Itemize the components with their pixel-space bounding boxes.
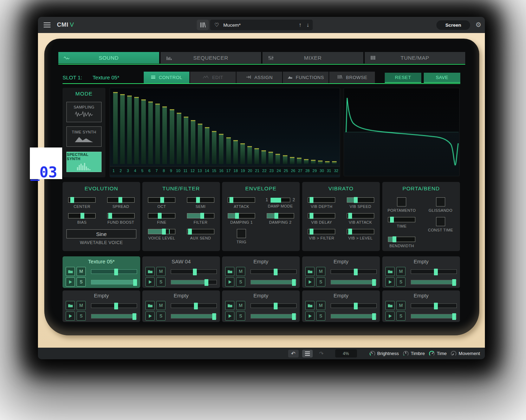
slider-handle[interactable] (452, 313, 456, 320)
settings-gear-icon[interactable]: ⚙ (475, 21, 481, 29)
voice-mute-button[interactable]: M (156, 301, 165, 310)
slider-handle[interactable] (274, 213, 278, 219)
knob-icon[interactable] (428, 350, 435, 357)
spectrum-bar[interactable] (134, 97, 139, 164)
previous-preset-arrow-icon[interactable]: ↑ (299, 22, 301, 28)
voice-solo-button[interactable]: S (236, 311, 245, 321)
voice-play-button[interactable] (145, 311, 155, 321)
spectrum-bar[interactable] (247, 146, 252, 164)
voice-solo-button[interactable]: S (156, 311, 165, 321)
voice-pan-slider[interactable] (91, 269, 137, 274)
spectrum-bar-column[interactable] (274, 90, 281, 164)
voice-level-slider[interactable] (411, 280, 457, 284)
save-button[interactable]: SAVE (424, 73, 460, 83)
slider-handle[interactable] (310, 213, 313, 219)
voice-mute-button[interactable]: M (156, 267, 165, 276)
slider-handle[interactable] (434, 303, 438, 309)
voice-pan-slider[interactable] (331, 303, 377, 308)
voice-load-button[interactable] (145, 267, 155, 276)
checkbox-const-time[interactable] (436, 217, 445, 226)
slider-handle[interactable] (108, 213, 112, 219)
slider-handle[interactable] (348, 229, 352, 235)
voice-level-slider[interactable] (171, 314, 217, 319)
slider-track-vib-delay[interactable] (308, 213, 335, 218)
slider-track-center[interactable] (68, 197, 96, 203)
knob-icon[interactable] (402, 350, 409, 357)
spectrum-bars[interactable] (112, 90, 338, 164)
voice-slot[interactable]: EmptyMS (222, 256, 300, 288)
spectrum-bar[interactable] (212, 131, 216, 164)
spectrum-bar-column[interactable] (112, 90, 119, 164)
spectrum-bar[interactable] (170, 109, 174, 164)
reset-button[interactable]: RESET (385, 73, 421, 83)
wavetable-voice-select[interactable]: Sine (66, 229, 136, 238)
voice-mute-button[interactable]: M (77, 267, 86, 276)
slider-handle[interactable] (310, 197, 313, 203)
slot-tab-assign[interactable]: ASSIGN (236, 72, 282, 83)
spectrum-bar[interactable] (297, 158, 301, 164)
spectrum-bar-column[interactable] (310, 90, 317, 164)
slider-handle[interactable] (292, 313, 296, 320)
voice-load-button[interactable] (385, 267, 395, 276)
slider-handle[interactable] (354, 269, 358, 275)
spectrum-bar-column[interactable] (225, 90, 232, 164)
spectrum-bar-column[interactable] (211, 90, 218, 164)
spectrum-bar-column[interactable] (154, 90, 161, 164)
voice-play-button[interactable] (225, 277, 234, 287)
voice-slot[interactable]: EmptyMS (302, 290, 380, 322)
slider-handle[interactable] (274, 303, 278, 309)
spectrum-bar-column[interactable] (281, 90, 288, 164)
voice-level-slider[interactable] (91, 280, 137, 284)
spectrum-bar[interactable] (254, 148, 259, 164)
spectrum-bar[interactable] (268, 152, 273, 164)
slider-track-fine[interactable] (148, 213, 175, 218)
slot-tab-functions[interactable]: FUNCTIONS (283, 72, 329, 83)
slider-track-vib-depth[interactable] (308, 197, 335, 203)
slider-track-voice-level[interactable] (148, 229, 175, 234)
voice-load-button[interactable] (225, 267, 234, 276)
voice-slot[interactable]: Texture 05*MS (63, 256, 140, 288)
slider-handle[interactable] (80, 213, 84, 219)
macro-knob-time[interactable]: Time (428, 350, 447, 357)
slider-handle[interactable] (229, 197, 233, 203)
spectrum-bar[interactable] (325, 161, 330, 164)
slider-handle[interactable] (452, 279, 456, 286)
spectrum-bar[interactable] (141, 99, 146, 164)
slider-track-attack[interactable] (228, 197, 255, 203)
slider-handle[interactable] (392, 236, 396, 242)
slider-handle[interactable] (434, 269, 438, 275)
spectrum-bar-column[interactable] (119, 90, 126, 164)
voice-solo-button[interactable]: S (316, 277, 325, 287)
voice-solo-button[interactable]: S (156, 277, 165, 287)
voice-mute-button[interactable]: M (236, 301, 245, 310)
spectrum-bar-column[interactable] (324, 90, 331, 164)
voice-slot[interactable]: EmptyMS (63, 290, 140, 322)
spectrum-bar[interactable] (290, 157, 294, 164)
slider-track-time[interactable] (388, 217, 415, 222)
voice-slot[interactable]: EmptyMS (302, 256, 380, 288)
slider-handle[interactable] (348, 213, 352, 219)
knob-icon[interactable] (450, 350, 457, 357)
spectrum-bar[interactable] (304, 159, 309, 164)
voice-pan-slider[interactable] (411, 269, 457, 274)
slider-handle[interactable] (310, 229, 313, 235)
spectrum-bar-column[interactable] (147, 90, 154, 164)
slider-handle[interactable] (372, 313, 376, 320)
voice-play-button[interactable] (305, 311, 314, 321)
favorite-heart-icon[interactable]: ♡ (214, 22, 219, 28)
spectrum-bar[interactable] (275, 154, 280, 164)
macro-knob-brightness[interactable]: Brightness (369, 350, 399, 357)
voice-level-slider[interactable] (331, 314, 377, 319)
slider-track-aux-send[interactable] (187, 229, 214, 234)
slider-handle[interactable] (212, 313, 216, 320)
slider-handle[interactable] (114, 303, 118, 309)
spectrum-bar[interactable] (332, 161, 337, 164)
spectrum-bar[interactable] (162, 106, 167, 164)
voice-pan-slider[interactable] (171, 303, 217, 308)
spectrum-bar-column[interactable] (246, 90, 253, 164)
spectrum-bar-column[interactable] (126, 90, 133, 164)
voice-load-button[interactable] (305, 267, 314, 276)
voice-load-button[interactable] (305, 301, 314, 310)
voice-slot[interactable]: SAW 04MS (142, 256, 220, 288)
voice-load-button[interactable] (66, 267, 75, 276)
